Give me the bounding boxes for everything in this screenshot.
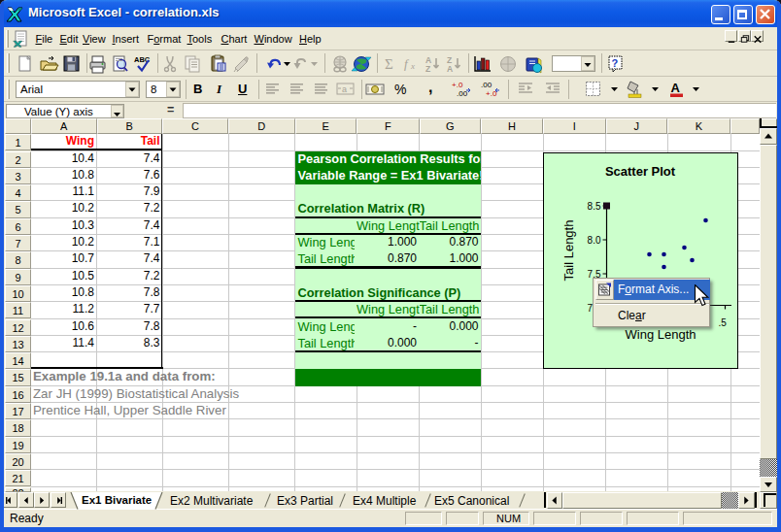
svg-text:8.0: 8.0 [587,235,600,246]
svg-text:A: A [671,81,681,95]
svg-text:+.0: +.0 [452,81,463,89]
svg-text:Wing Length: Wing Length [625,327,696,342]
svg-text:Σ: Σ [385,56,393,72]
svg-text:f: f [404,56,410,71]
svg-text:.00: .00 [481,81,492,89]
svg-text:Tail Length: Tail Length [561,220,576,282]
svg-text:8.5: 8.5 [587,201,600,212]
svg-text:x: x [410,61,415,71]
svg-text:.5: .5 [718,317,727,328]
svg-text:a: a [342,84,347,94]
svg-text:?: ? [612,56,619,68]
svg-text:Z: Z [425,64,430,74]
svg-text:A: A [447,64,453,74]
svg-text:%: % [394,82,406,97]
svg-text:,: , [428,80,432,95]
svg-text:.00: .00 [457,89,468,98]
